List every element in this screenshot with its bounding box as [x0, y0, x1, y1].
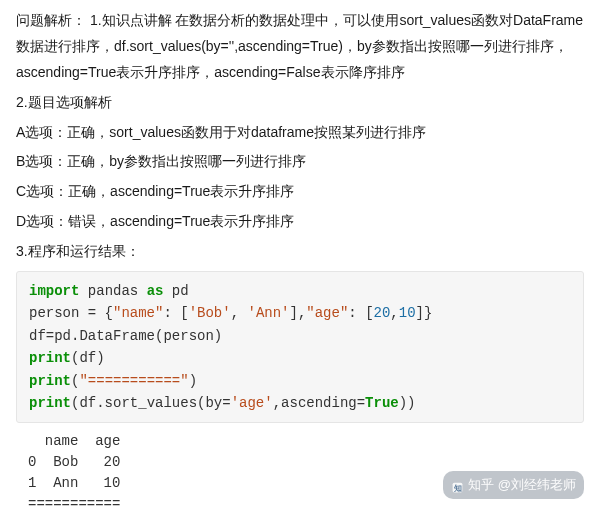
watermark-author: @刘经纬老师: [498, 473, 576, 497]
num-20: 20: [374, 305, 391, 321]
analysis-p2: 2.题目选项解析: [16, 90, 584, 116]
document-body: 问题解析： 1.知识点讲解 在数据分析的数据处理中，可以使用sort_value…: [0, 0, 600, 511]
code-l2g: ]}: [416, 305, 433, 321]
fn-print-1: print: [29, 350, 71, 366]
code-l3: df=pd.DataFrame(person): [29, 328, 222, 344]
mod-pd: pd: [163, 283, 188, 299]
kw-as: as: [147, 283, 164, 299]
code-l2f: ,: [390, 305, 398, 321]
code-l2d: ],: [290, 305, 307, 321]
fn-print-2: print: [29, 373, 71, 389]
watermark-site: 知乎: [468, 473, 494, 497]
str-age2: 'age': [231, 395, 273, 411]
svg-text:知: 知: [452, 484, 461, 493]
kw-true: True: [365, 395, 399, 411]
num-10: 10: [399, 305, 416, 321]
code-l2c: ,: [231, 305, 248, 321]
watermark: 知 知乎 @刘经纬老师: [443, 471, 584, 499]
code-l2b: : [: [163, 305, 188, 321]
str-name: "name": [113, 305, 163, 321]
str-bob: 'Bob': [189, 305, 231, 321]
analysis-p1: 问题解析： 1.知识点讲解 在数据分析的数据处理中，可以使用sort_value…: [16, 8, 584, 86]
str-sep: "===========": [79, 373, 188, 389]
str-ann: 'Ann': [247, 305, 289, 321]
code-l6b: (df.sort_values(by=: [71, 395, 231, 411]
zhihu-icon: 知: [451, 478, 464, 491]
mod-pandas: pandas: [79, 283, 146, 299]
option-d: D选项：错误，ascending=True表示升序排序: [16, 209, 584, 235]
fn-print-3: print: [29, 395, 71, 411]
code-l6c: ,ascending=: [273, 395, 365, 411]
str-age: "age": [306, 305, 348, 321]
analysis-p3: 3.程序和运行结果：: [16, 239, 584, 265]
kw-import: import: [29, 283, 79, 299]
option-c: C选项：正确，ascending=True表示升序排序: [16, 179, 584, 205]
code-l6d: )): [399, 395, 416, 411]
code-l5c: ): [189, 373, 197, 389]
code-l2a: person = {: [29, 305, 113, 321]
code-l2e: : [: [348, 305, 373, 321]
option-a: A选项：正确，sort_values函数用于对dataframe按照某列进行排序: [16, 120, 584, 146]
code-block: import pandas as pd person = {"name": ['…: [16, 271, 584, 423]
code-l4b: (df): [71, 350, 105, 366]
option-b: B选项：正确，by参数指出按照哪一列进行排序: [16, 149, 584, 175]
